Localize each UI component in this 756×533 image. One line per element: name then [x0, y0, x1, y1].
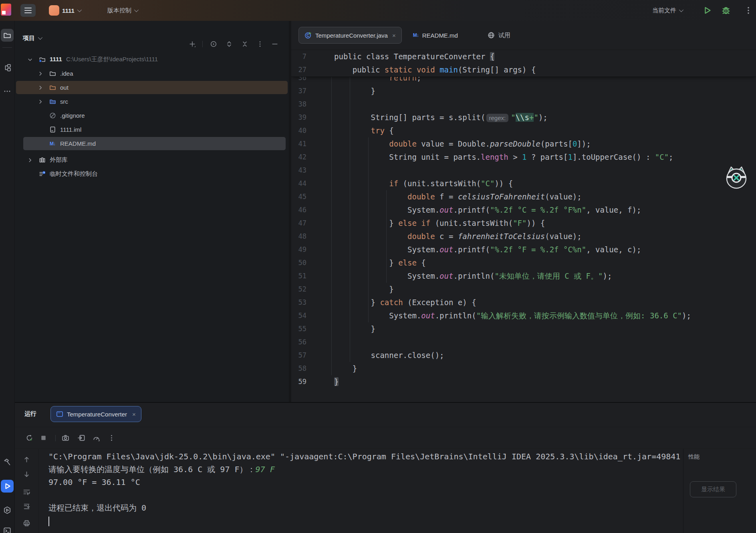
close-icon[interactable]: ×: [392, 32, 396, 39]
attach-button[interactable]: [76, 432, 87, 443]
tree-item-1111.iml[interactable]: 1111.iml: [15, 123, 289, 137]
more-v-button[interactable]: [255, 39, 265, 49]
expand-toggle[interactable]: [38, 99, 43, 105]
project-widget[interactable]: 1111: [49, 4, 81, 17]
tree-item-label: 外部库: [50, 156, 68, 164]
code-line-48[interactable]: 48 double c = fahrenheitToCelsius(value)…: [291, 230, 756, 243]
soft-wrap-button[interactable]: [21, 487, 32, 497]
tree-item-src[interactable]: src: [15, 95, 289, 109]
tool-window-button-terminal[interactable]: [1, 525, 14, 533]
code-line-44[interactable]: 44 if (unit.startsWith("C")) {: [291, 177, 756, 190]
tab-label: 试用: [498, 32, 510, 39]
expand-toggle[interactable]: [38, 85, 43, 91]
tool-window-button-more-h[interactable]: [1, 85, 14, 98]
code-line-50[interactable]: 50 } else {: [291, 256, 756, 270]
code-line-55[interactable]: 55 }: [291, 322, 756, 336]
code-line-38[interactable]: 38: [291, 98, 756, 111]
more-v-button[interactable]: [106, 432, 117, 443]
scroll-end-icon: [23, 503, 30, 510]
code-token: 1: [568, 153, 572, 161]
code-token: value = Double.: [417, 139, 490, 148]
rerun-button[interactable]: [24, 432, 35, 443]
code-line-52[interactable]: 52 }: [291, 283, 756, 296]
editor-tab-README.md[interactable]: M↓README.md: [407, 27, 464, 43]
code-line-40[interactable]: 40 try {: [291, 124, 756, 137]
editor-tab-TemperatureConverter.java[interactable]: CTemperatureConverter.java×: [298, 27, 402, 44]
code-line-59[interactable]: 59}: [291, 375, 756, 388]
code-line-43[interactable]: 43: [291, 164, 756, 177]
down-button[interactable]: [21, 469, 32, 479]
profiler-button[interactable]: [91, 432, 102, 443]
code-token: .println(: [453, 272, 494, 280]
up-button[interactable]: [21, 454, 32, 465]
code-line-39[interactable]: 39 String[] parts = s.split(regex:"\\s+"…: [291, 111, 756, 124]
code-line-57[interactable]: 57 scanner.close();: [291, 349, 756, 362]
run-console-output[interactable]: "C:\Program Files\Java\jdk-25.0.2\bin\ja…: [39, 449, 693, 533]
text-caret: [48, 517, 49, 526]
tree-item-.gitignore[interactable]: .gitignore: [15, 109, 289, 123]
tree-item-临时文件和控制台[interactable]: 临时文件和控制台: [15, 167, 289, 181]
close-icon[interactable]: ×: [132, 411, 136, 418]
code-editor[interactable]: 36 return;37 }3839 String[] parts = s.sp…: [291, 76, 756, 397]
expand-toggle[interactable]: [27, 57, 33, 62]
code-line-41[interactable]: 41 double value = Double.parseDouble(par…: [291, 137, 756, 151]
tool-window-button-services[interactable]: [1, 504, 14, 517]
tool-window-button-structure[interactable]: [1, 61, 14, 74]
code-line-42[interactable]: 42 String unit = parts.length > 1 ? part…: [291, 151, 756, 164]
editor-tab-试用[interactable]: 试用: [482, 27, 516, 43]
code-line-49[interactable]: 49 System.out.printf("%.2f °F = %.2f °C%…: [291, 243, 756, 256]
code-token: }: [334, 377, 339, 386]
tool-window-button-run-play[interactable]: [1, 480, 14, 493]
code-line-7[interactable]: 7public class TemperatureConverter {: [291, 50, 756, 63]
snapshot-button[interactable]: [60, 432, 71, 443]
run-configuration-selector[interactable]: 当前文件: [652, 4, 682, 17]
panel-divider: [683, 449, 683, 533]
code-line-56[interactable]: 56: [291, 336, 756, 349]
tool-window-button-hammer[interactable]: [1, 456, 14, 469]
code-line-45[interactable]: 45 double f = celsiusToFahrenheit(value)…: [291, 190, 756, 203]
code-line-54[interactable]: 54 System.out.println("输入解析失败，请按示例输入数值与单…: [291, 309, 756, 322]
project-view-selector[interactable]: 项目: [23, 34, 41, 42]
expand-toggle[interactable]: [27, 157, 33, 163]
code-line-46[interactable]: 46 System.out.printf("%.2f °C = %.2f °F%…: [291, 203, 756, 217]
expand-toggle[interactable]: [38, 71, 43, 76]
project-panel-header: 项目: [15, 32, 289, 44]
print-button[interactable]: [21, 518, 32, 528]
line-number: 48: [291, 230, 306, 243]
scroll-end-button[interactable]: [21, 501, 32, 511]
code-token: length: [481, 153, 508, 161]
tree-item-label: 1111.iml: [60, 126, 81, 133]
vcs-widget[interactable]: 版本控制: [107, 4, 137, 17]
main-menu-button[interactable]: [20, 4, 36, 17]
titlebar-more-button[interactable]: [744, 6, 753, 15]
code-line-47[interactable]: 47 } else if (unit.startsWith("F")) {: [291, 217, 756, 230]
down-icon: [23, 471, 30, 478]
tree-item-1111[interactable]: 1111C:\Users\王彦舒\IdeaProjects\1111: [15, 52, 289, 66]
run-button[interactable]: [702, 6, 712, 15]
stop-button[interactable]: [38, 432, 49, 443]
tree-item-label: out: [60, 84, 69, 91]
show-results-button[interactable]: 显示结果: [690, 481, 736, 497]
debug-button[interactable]: [721, 6, 731, 15]
expand-all-button[interactable]: [224, 39, 234, 49]
hide-button[interactable]: [270, 39, 280, 49]
code-line-37[interactable]: 37 }: [291, 84, 756, 98]
add-button[interactable]: [187, 39, 198, 49]
vcs-label: 版本控制: [107, 7, 131, 14]
tree-item-out[interactable]: out: [15, 80, 289, 95]
code-line-58[interactable]: 58 }: [291, 362, 756, 375]
rerun-icon: [26, 434, 33, 442]
code-line-53[interactable]: 53 } catch (Exception e) {: [291, 296, 756, 309]
code-line-27[interactable]: 27 public static void main(String[] args…: [291, 63, 756, 76]
run-tab-temperatureconverter[interactable]: TemperatureConverter ×: [50, 406, 141, 422]
globe-icon: [488, 32, 495, 39]
collapse-all-button[interactable]: [240, 39, 250, 49]
code-line-36[interactable]: 36 return;: [291, 76, 756, 84]
tree-item-README.md[interactable]: M↓README.md: [15, 137, 289, 151]
code-line-51[interactable]: 51 System.out.println("未知单位，请使用 C 或 F。")…: [291, 270, 756, 283]
tree-item-.idea[interactable]: .idea: [15, 66, 289, 80]
locate-button[interactable]: [208, 39, 219, 49]
tool-window-button-project-folder[interactable]: [1, 29, 14, 42]
tree-item-外部库[interactable]: 外部库: [15, 153, 289, 167]
code-token: System.: [334, 245, 439, 254]
